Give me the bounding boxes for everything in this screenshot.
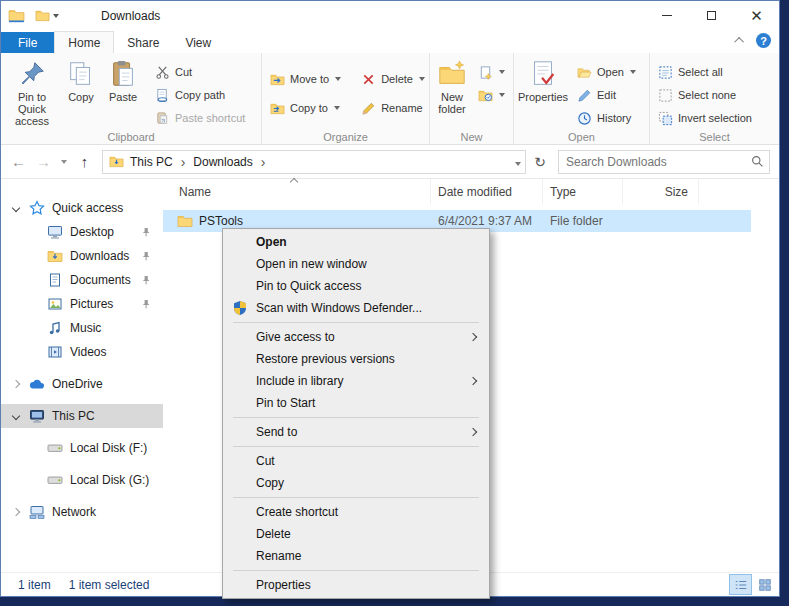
menu-item-create-shortcut[interactable]: Create shortcut: [223, 501, 489, 523]
move-to-button[interactable]: Move to: [265, 68, 346, 90]
sidebar-item-network[interactable]: Network: [1, 500, 163, 524]
menu-item-give-access-to[interactable]: Give access to: [223, 326, 489, 348]
address-bar: ← → ↑ This PC › Downloads › ↻: [1, 145, 779, 179]
sidebar-item-documents[interactable]: Documents: [1, 268, 163, 292]
sidebar-item-local-disk-f[interactable]: Local Disk (F:): [1, 436, 163, 460]
menu-item-open-in-new-window[interactable]: Open in new window: [223, 253, 489, 275]
menu-item-properties[interactable]: Properties: [223, 574, 489, 596]
easy-access-button[interactable]: [473, 84, 510, 106]
cut-button[interactable]: Cut: [150, 61, 250, 83]
column-header-type[interactable]: Type: [543, 179, 623, 204]
this-pc-icon: [29, 408, 45, 424]
menu-item-send-to[interactable]: Send to: [223, 421, 489, 443]
new-item-button[interactable]: [473, 61, 510, 83]
group-label-clipboard: Clipboard: [1, 131, 261, 143]
open-button[interactable]: Open: [572, 61, 641, 83]
rename-icon: [361, 101, 376, 116]
select-all-icon: [658, 65, 673, 80]
folder-icon[interactable]: [35, 8, 50, 23]
recent-locations-button[interactable]: [57, 150, 71, 174]
invert-selection-button[interactable]: Invert selection: [653, 107, 757, 129]
menu-item-pin-to-quick-access[interactable]: Pin to Quick access: [223, 275, 489, 297]
pin-icon: [17, 59, 47, 89]
maximize-button[interactable]: [689, 1, 734, 30]
disk-icon: [47, 472, 63, 488]
up-button[interactable]: ↑: [73, 150, 96, 174]
back-button[interactable]: ←: [7, 150, 30, 174]
menu-item-include-in-library[interactable]: Include in library: [223, 370, 489, 392]
copy-icon: [66, 59, 96, 89]
sidebar-item-pictures[interactable]: Pictures: [1, 292, 163, 316]
menu-item-copy[interactable]: Copy: [223, 472, 489, 494]
chevron-down-icon[interactable]: [13, 413, 19, 419]
new-folder-button[interactable]: New folder: [433, 56, 471, 129]
chevron-right-icon[interactable]: [13, 381, 19, 387]
menu-item-delete[interactable]: Delete: [223, 523, 489, 545]
large-icons-view-button[interactable]: [753, 574, 776, 595]
menu-item-open[interactable]: Open: [223, 231, 489, 253]
edit-button[interactable]: Edit: [572, 84, 641, 106]
details-view-icon: [734, 578, 748, 592]
copy-path-button[interactable]: Copy path: [150, 84, 250, 106]
tab-home[interactable]: Home: [54, 31, 114, 53]
address-dropdown-icon[interactable]: [515, 155, 521, 169]
tab-share[interactable]: Share: [114, 32, 172, 53]
breadcrumb-downloads[interactable]: Downloads: [190, 155, 255, 169]
select-none-icon: [658, 88, 673, 103]
history-button[interactable]: History: [572, 107, 641, 129]
ribbon-group-organize: Move to Copy to Delete Rename: [261, 53, 429, 144]
search-input[interactable]: [566, 155, 751, 169]
rename-button[interactable]: Rename: [356, 97, 430, 119]
select-none-button[interactable]: Select none: [653, 84, 757, 106]
sidebar-item-onedrive[interactable]: OneDrive: [1, 372, 163, 396]
close-button[interactable]: ✕: [734, 1, 779, 30]
menu-item-pin-to-start[interactable]: Pin to Start: [223, 392, 489, 414]
breadcrumb[interactable]: This PC › Downloads ›: [102, 150, 526, 174]
column-header-date-modified[interactable]: Date modified: [431, 179, 543, 204]
properties-button[interactable]: Properties: [517, 56, 569, 129]
chevron-down-icon[interactable]: [13, 205, 19, 211]
paste-button[interactable]: Paste: [102, 56, 144, 129]
help-icon[interactable]: ?: [756, 33, 771, 48]
sidebar-item-quick-access[interactable]: Quick access: [1, 196, 163, 220]
downloads-icon: [47, 248, 63, 264]
breadcrumb-separator-icon[interactable]: ›: [259, 155, 268, 169]
menu-item-restore-previous-versions[interactable]: Restore previous versions: [223, 348, 489, 370]
select-all-button[interactable]: Select all: [653, 61, 757, 83]
edit-icon: [577, 88, 592, 103]
menu-item-cut[interactable]: Cut: [223, 450, 489, 472]
pin-to-quick-access-button[interactable]: Pin to Quick access: [4, 56, 60, 129]
search-box[interactable]: [558, 150, 770, 174]
menu-item-scan-with-windows-defender[interactable]: Scan with Windows Defender...: [223, 297, 489, 319]
sidebar-item-this-pc[interactable]: This PC: [1, 404, 163, 428]
file-explorer-icon: [8, 7, 25, 24]
paste-shortcut-button[interactable]: Paste shortcut: [150, 107, 250, 129]
sidebar-item-local-disk-g[interactable]: Local Disk (G:): [1, 468, 163, 492]
paste-icon: [108, 59, 138, 89]
copy-button[interactable]: Copy: [60, 56, 102, 129]
details-view-button[interactable]: [729, 574, 752, 595]
refresh-button[interactable]: ↻: [528, 150, 552, 174]
chevron-right-icon[interactable]: [13, 509, 19, 515]
tab-file[interactable]: File: [1, 32, 54, 53]
context-menu: Open Open in new window Pin to Quick acc…: [222, 228, 490, 599]
copy-to-button[interactable]: Copy to: [265, 97, 346, 119]
tab-view[interactable]: View: [172, 32, 224, 53]
quick-access-toolbar[interactable]: [35, 8, 59, 23]
sidebar-item-downloads[interactable]: Downloads: [1, 244, 163, 268]
collapse-ribbon-icon[interactable]: [734, 37, 744, 47]
delete-button[interactable]: Delete: [356, 68, 430, 90]
forward-button[interactable]: →: [32, 150, 55, 174]
sidebar-item-videos[interactable]: Videos: [1, 340, 163, 364]
sidebar-item-desktop[interactable]: Desktop: [1, 220, 163, 244]
breadcrumb-separator-icon[interactable]: ›: [179, 155, 188, 169]
search-icon[interactable]: [751, 155, 764, 168]
title-bar: Downloads ✕: [1, 1, 779, 30]
qat-dropdown-icon[interactable]: [53, 14, 59, 18]
column-header-name[interactable]: Name: [163, 179, 431, 204]
sidebar-item-music[interactable]: Music: [1, 316, 163, 340]
menu-item-rename[interactable]: Rename: [223, 545, 489, 567]
minimize-button[interactable]: [644, 1, 689, 30]
breadcrumb-this-pc[interactable]: This PC: [127, 155, 176, 169]
column-header-size[interactable]: Size: [623, 179, 699, 204]
